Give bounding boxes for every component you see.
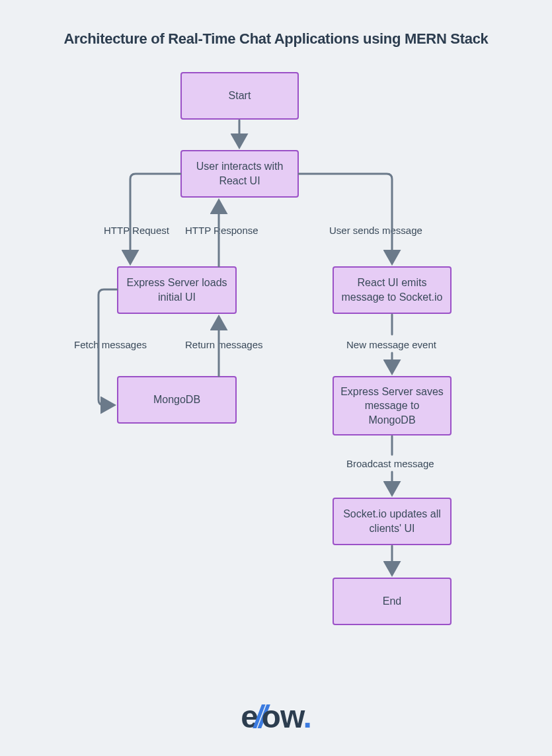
node-react-emit: React UI emits message to Socket.io [333, 266, 452, 314]
node-mongodb: MongoDB [117, 376, 237, 424]
diagram-title: Architecture of Real-Time Chat Applicati… [0, 30, 552, 48]
edge-return-messages: Return messages [185, 339, 263, 350]
brand-logo: e//ow. [0, 699, 552, 735]
node-express-load: Express Server loads initial UI [117, 266, 237, 314]
edge-http-response: HTTP Response [185, 225, 258, 236]
node-end: End [333, 578, 452, 625]
node-react-ui: User interacts with React UI [180, 150, 299, 198]
edge-http-request: HTTP Request [104, 225, 169, 236]
node-start: Start [180, 72, 299, 120]
node-socket-update: Socket.io updates all clients' UI [333, 498, 452, 545]
logo-dot: . [303, 699, 311, 734]
edge-new-message: New message event [346, 339, 436, 350]
node-express-save: Express Server saves message to MongoDB [333, 376, 452, 435]
logo-text-2: ow [262, 699, 303, 734]
edge-user-sends: User sends message [329, 225, 422, 236]
edge-fetch-messages: Fetch messages [74, 339, 147, 350]
edge-broadcast: Broadcast message [346, 458, 434, 469]
